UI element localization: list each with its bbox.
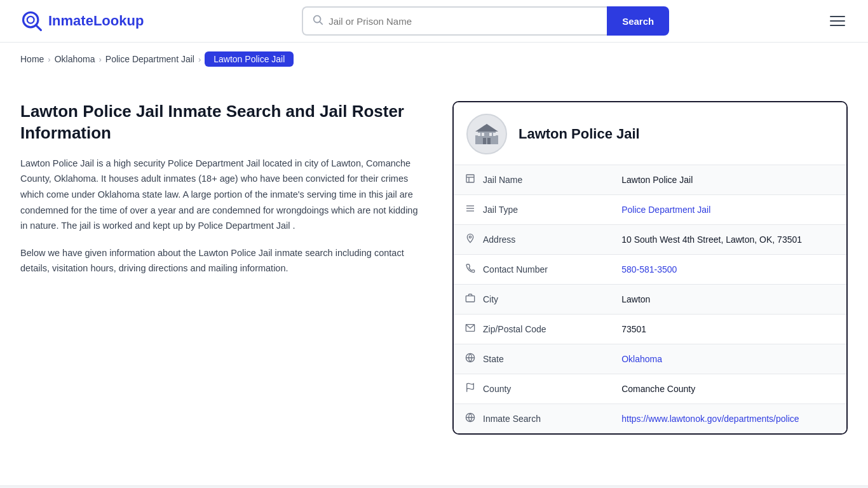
state-link[interactable]: Oklahoma xyxy=(621,354,662,364)
field-county: County xyxy=(464,383,601,395)
breadcrumb-police-dept[interactable]: Police Department Jail xyxy=(105,54,194,64)
footer-bar xyxy=(0,485,868,488)
field-inmate-search: Inmate Search xyxy=(464,412,601,425)
search-input[interactable] xyxy=(329,16,598,27)
hamburger-menu-button[interactable] xyxy=(827,13,848,29)
value-address: 10 South West 4th Street, Lawton, OK, 73… xyxy=(611,225,846,255)
site-header: InmateLookup Search xyxy=(0,0,868,43)
menu-line-2 xyxy=(830,20,845,22)
phone-link[interactable]: 580-581-3500 xyxy=(621,264,677,274)
table-row: City Lawton xyxy=(454,285,846,315)
mail-icon xyxy=(464,323,477,336)
breadcrumb-current: Lawton Police Jail xyxy=(205,51,294,67)
field-city: City xyxy=(464,293,601,306)
svg-rect-11 xyxy=(478,133,480,136)
left-column: Lawton Police Jail Inmate Search and Jai… xyxy=(20,101,427,288)
svg-line-2 xyxy=(36,25,41,30)
value-state: Oklahoma xyxy=(611,344,846,374)
breadcrumb-chevron-3: › xyxy=(198,55,201,64)
breadcrumb-chevron-1: › xyxy=(48,55,50,64)
search-box xyxy=(302,6,607,36)
menu-line-3 xyxy=(830,25,845,26)
table-row: County Comanche County xyxy=(454,374,846,404)
field-zip: Zip/Postal Code xyxy=(464,323,601,336)
table-row: Jail Type Police Department Jail xyxy=(454,195,846,225)
breadcrumb-oklahoma[interactable]: Oklahoma xyxy=(55,54,95,64)
svg-rect-9 xyxy=(483,138,486,144)
table-row: Address 10 South West 4th Street, Lawton… xyxy=(454,225,846,255)
logo-text: InmateLookup xyxy=(48,13,144,29)
svg-line-4 xyxy=(320,22,322,24)
svg-rect-6 xyxy=(475,135,498,144)
table-row: Contact Number 580-581-3500 xyxy=(454,255,846,285)
svg-rect-12 xyxy=(482,133,484,136)
pin-icon xyxy=(464,233,477,246)
value-jail-type: Police Department Jail xyxy=(611,195,846,225)
page-heading: Lawton Police Jail Inmate Search and Jai… xyxy=(20,101,427,144)
right-column: Lawton Police Jail Jail Name xyxy=(452,101,848,435)
svg-rect-22 xyxy=(466,296,474,302)
value-inmate-search: https://www.lawtonok.gov/departments/pol… xyxy=(611,404,846,434)
jail-building-icon xyxy=(469,116,505,152)
city-icon xyxy=(464,293,477,306)
info-table: Jail Name Lawton Police Jail J xyxy=(454,165,846,433)
phone-icon xyxy=(464,263,477,276)
table-row: Jail Name Lawton Police Jail xyxy=(454,165,846,195)
search-button[interactable]: Search xyxy=(607,6,669,36)
menu-line-1 xyxy=(830,16,845,17)
card-title: Lawton Police Jail xyxy=(519,126,640,142)
description-para-2: Below we have given information about th… xyxy=(20,245,427,276)
svg-rect-13 xyxy=(489,133,492,136)
svg-rect-10 xyxy=(487,138,491,144)
svg-point-21 xyxy=(469,236,471,238)
value-zip: 73501 xyxy=(611,315,846,344)
main-content: Lawton Police Jail Inmate Search and Jai… xyxy=(0,76,868,460)
building-icon xyxy=(464,173,477,186)
search-icon xyxy=(312,14,323,29)
svg-rect-14 xyxy=(493,133,496,136)
table-row: State Oklahoma xyxy=(454,344,846,374)
breadcrumb-chevron-2: › xyxy=(99,55,102,64)
breadcrumb: Home › Oklahoma › Police Department Jail… xyxy=(0,43,868,76)
description-para-1: Lawton Police Jail is a high security Po… xyxy=(20,156,427,234)
jail-type-link[interactable]: Police Department Jail xyxy=(621,205,710,215)
value-jail-name: Lawton Police Jail xyxy=(611,165,846,195)
card-header: Lawton Police Jail xyxy=(454,102,846,165)
inmate-search-link[interactable]: https://www.lawtonok.gov/departments/pol… xyxy=(621,414,799,424)
search-area: Search xyxy=(302,6,669,36)
field-contact: Contact Number xyxy=(464,263,601,276)
table-row: Inmate Search https://www.lawtonok.gov/d… xyxy=(454,404,846,434)
list-icon xyxy=(464,203,477,216)
jail-avatar xyxy=(466,114,507,154)
globe-icon xyxy=(464,353,477,365)
value-county: Comanche County xyxy=(611,374,846,404)
flag-icon xyxy=(464,383,477,395)
value-city: Lawton xyxy=(611,285,846,315)
breadcrumb-home[interactable]: Home xyxy=(20,54,44,64)
globe2-icon xyxy=(464,412,477,425)
info-card: Lawton Police Jail Jail Name xyxy=(452,101,848,435)
field-state: State xyxy=(464,353,601,365)
table-row: Zip/Postal Code 73501 xyxy=(454,315,846,344)
field-jail-name: Jail Name xyxy=(464,173,601,186)
field-jail-type: Jail Type xyxy=(464,203,601,216)
value-contact: 580-581-3500 xyxy=(611,255,846,285)
logo-link[interactable]: InmateLookup xyxy=(20,10,144,32)
svg-point-1 xyxy=(27,17,34,24)
field-address: Address xyxy=(464,233,601,246)
svg-rect-15 xyxy=(466,175,474,182)
logo-icon xyxy=(20,10,43,32)
